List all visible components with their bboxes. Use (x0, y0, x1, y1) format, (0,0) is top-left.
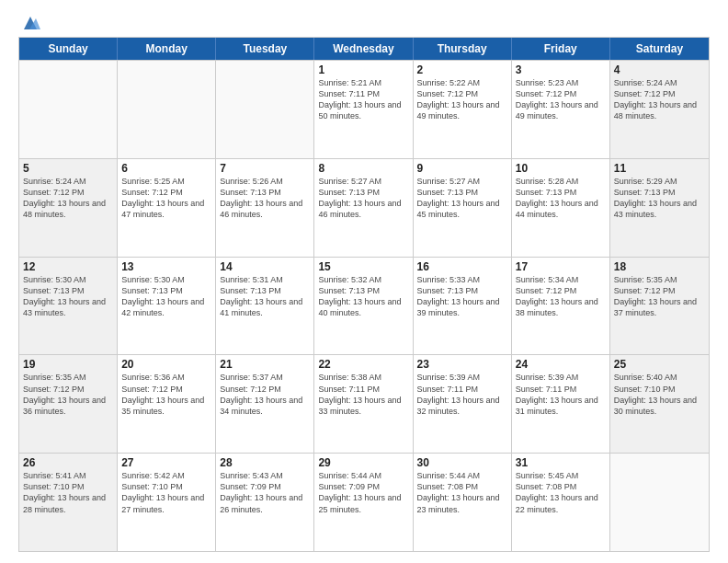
day-number: 24 (516, 358, 606, 371)
day-info: Sunrise: 5:31 AM Sunset: 7:13 PM Dayligh… (220, 274, 310, 319)
calendar: SundayMondayTuesdayWednesdayThursdayFrid… (18, 37, 710, 552)
day-info: Sunrise: 5:28 AM Sunset: 7:13 PM Dayligh… (516, 176, 606, 221)
cal-cell-20: 20Sunrise: 5:36 AM Sunset: 7:12 PM Dayli… (118, 355, 216, 453)
day-number: 8 (318, 162, 408, 175)
cal-cell-24: 24Sunrise: 5:39 AM Sunset: 7:11 PM Dayli… (512, 355, 610, 453)
day-info: Sunrise: 5:39 AM Sunset: 7:11 PM Dayligh… (417, 372, 507, 417)
cal-cell-19: 19Sunrise: 5:35 AM Sunset: 7:12 PM Dayli… (19, 355, 118, 453)
header-day-thursday: Thursday (414, 38, 512, 60)
header-day-wednesday: Wednesday (314, 38, 413, 60)
day-number: 15 (318, 260, 408, 273)
day-info: Sunrise: 5:44 AM Sunset: 7:09 PM Dayligh… (318, 470, 408, 515)
logo-icon (20, 13, 40, 31)
header-day-tuesday: Tuesday (216, 38, 314, 60)
cal-cell-empty (19, 61, 118, 158)
cal-cell-30: 30Sunrise: 5:44 AM Sunset: 7:08 PM Dayli… (414, 454, 512, 551)
day-number: 29 (318, 456, 408, 469)
day-info: Sunrise: 5:38 AM Sunset: 7:11 PM Dayligh… (318, 372, 408, 417)
header-day-friday: Friday (512, 38, 610, 60)
cal-cell-17: 17Sunrise: 5:34 AM Sunset: 7:12 PM Dayli… (512, 258, 610, 355)
day-number: 22 (318, 358, 408, 371)
week-row-5: 26Sunrise: 5:41 AM Sunset: 7:10 PM Dayli… (19, 453, 709, 551)
cal-cell-22: 22Sunrise: 5:38 AM Sunset: 7:11 PM Dayli… (314, 355, 413, 453)
day-info: Sunrise: 5:27 AM Sunset: 7:13 PM Dayligh… (318, 176, 408, 221)
day-info: Sunrise: 5:29 AM Sunset: 7:13 PM Dayligh… (614, 176, 705, 221)
week-row-1: 1Sunrise: 5:21 AM Sunset: 7:11 PM Daylig… (19, 60, 709, 158)
cal-cell-28: 28Sunrise: 5:43 AM Sunset: 7:09 PM Dayli… (216, 454, 314, 551)
day-number: 7 (220, 162, 310, 175)
day-info: Sunrise: 5:42 AM Sunset: 7:10 PM Dayligh… (121, 470, 211, 515)
cal-cell-23: 23Sunrise: 5:39 AM Sunset: 7:11 PM Dayli… (414, 355, 512, 453)
day-info: Sunrise: 5:23 AM Sunset: 7:12 PM Dayligh… (516, 77, 606, 122)
day-number: 19 (23, 358, 113, 371)
header-day-saturday: Saturday (610, 38, 709, 60)
day-number: 23 (417, 358, 507, 371)
cal-cell-29: 29Sunrise: 5:44 AM Sunset: 7:09 PM Dayli… (314, 454, 413, 551)
day-number: 20 (121, 358, 211, 371)
cal-cell-empty (118, 61, 216, 158)
week-row-2: 5Sunrise: 5:24 AM Sunset: 7:12 PM Daylig… (19, 158, 709, 257)
cal-cell-27: 27Sunrise: 5:42 AM Sunset: 7:10 PM Dayli… (118, 454, 216, 551)
day-info: Sunrise: 5:35 AM Sunset: 7:12 PM Dayligh… (614, 274, 705, 319)
cal-cell-empty (610, 454, 709, 551)
header-day-sunday: Sunday (19, 38, 118, 60)
day-info: Sunrise: 5:40 AM Sunset: 7:10 PM Dayligh… (614, 372, 705, 417)
cal-cell-7: 7Sunrise: 5:26 AM Sunset: 7:13 PM Daylig… (216, 159, 314, 257)
calendar-body: 1Sunrise: 5:21 AM Sunset: 7:11 PM Daylig… (19, 60, 709, 551)
day-info: Sunrise: 5:44 AM Sunset: 7:08 PM Dayligh… (417, 470, 507, 515)
cal-cell-2: 2Sunrise: 5:22 AM Sunset: 7:12 PM Daylig… (414, 61, 512, 158)
day-number: 11 (614, 162, 705, 175)
day-number: 9 (417, 162, 507, 175)
cal-cell-15: 15Sunrise: 5:32 AM Sunset: 7:13 PM Dayli… (314, 258, 413, 355)
cal-cell-9: 9Sunrise: 5:27 AM Sunset: 7:13 PM Daylig… (414, 159, 512, 257)
day-info: Sunrise: 5:24 AM Sunset: 7:12 PM Dayligh… (614, 77, 705, 122)
day-info: Sunrise: 5:30 AM Sunset: 7:13 PM Dayligh… (23, 274, 113, 319)
day-info: Sunrise: 5:35 AM Sunset: 7:12 PM Dayligh… (23, 372, 113, 417)
day-info: Sunrise: 5:34 AM Sunset: 7:12 PM Dayligh… (516, 274, 606, 319)
day-number: 17 (516, 260, 606, 273)
week-row-3: 12Sunrise: 5:30 AM Sunset: 7:13 PM Dayli… (19, 257, 709, 355)
cal-cell-1: 1Sunrise: 5:21 AM Sunset: 7:11 PM Daylig… (314, 61, 413, 158)
cal-cell-4: 4Sunrise: 5:24 AM Sunset: 7:12 PM Daylig… (610, 61, 709, 158)
day-info: Sunrise: 5:21 AM Sunset: 7:11 PM Dayligh… (318, 77, 408, 122)
header (18, 15, 710, 29)
day-number: 2 (417, 63, 507, 76)
cal-cell-26: 26Sunrise: 5:41 AM Sunset: 7:10 PM Dayli… (19, 454, 118, 551)
cal-cell-18: 18Sunrise: 5:35 AM Sunset: 7:12 PM Dayli… (610, 258, 709, 355)
day-info: Sunrise: 5:25 AM Sunset: 7:12 PM Dayligh… (121, 176, 211, 221)
day-number: 4 (614, 63, 705, 76)
day-info: Sunrise: 5:37 AM Sunset: 7:12 PM Dayligh… (220, 372, 310, 417)
day-info: Sunrise: 5:27 AM Sunset: 7:13 PM Dayligh… (417, 176, 507, 221)
logo (18, 15, 40, 29)
cal-cell-13: 13Sunrise: 5:30 AM Sunset: 7:13 PM Dayli… (118, 258, 216, 355)
day-info: Sunrise: 5:32 AM Sunset: 7:13 PM Dayligh… (318, 274, 408, 319)
cal-cell-12: 12Sunrise: 5:30 AM Sunset: 7:13 PM Dayli… (19, 258, 118, 355)
day-info: Sunrise: 5:43 AM Sunset: 7:09 PM Dayligh… (220, 470, 310, 515)
cal-cell-11: 11Sunrise: 5:29 AM Sunset: 7:13 PM Dayli… (610, 159, 709, 257)
cal-cell-8: 8Sunrise: 5:27 AM Sunset: 7:13 PM Daylig… (314, 159, 413, 257)
day-number: 10 (516, 162, 606, 175)
day-number: 16 (417, 260, 507, 273)
cal-cell-3: 3Sunrise: 5:23 AM Sunset: 7:12 PM Daylig… (512, 61, 610, 158)
header-day-monday: Monday (118, 38, 216, 60)
day-info: Sunrise: 5:36 AM Sunset: 7:12 PM Dayligh… (121, 372, 211, 417)
day-number: 3 (516, 63, 606, 76)
cal-cell-10: 10Sunrise: 5:28 AM Sunset: 7:13 PM Dayli… (512, 159, 610, 257)
day-number: 25 (614, 358, 705, 371)
day-number: 26 (23, 456, 113, 469)
day-info: Sunrise: 5:39 AM Sunset: 7:11 PM Dayligh… (516, 372, 606, 417)
day-number: 31 (516, 456, 606, 469)
day-number: 18 (614, 260, 705, 273)
day-number: 14 (220, 260, 310, 273)
day-info: Sunrise: 5:33 AM Sunset: 7:13 PM Dayligh… (417, 274, 507, 319)
cal-cell-empty (216, 61, 314, 158)
day-number: 21 (220, 358, 310, 371)
cal-cell-31: 31Sunrise: 5:45 AM Sunset: 7:08 PM Dayli… (512, 454, 610, 551)
cal-cell-21: 21Sunrise: 5:37 AM Sunset: 7:12 PM Dayli… (216, 355, 314, 453)
day-info: Sunrise: 5:45 AM Sunset: 7:08 PM Dayligh… (516, 470, 606, 515)
day-number: 1 (318, 63, 408, 76)
day-info: Sunrise: 5:26 AM Sunset: 7:13 PM Dayligh… (220, 176, 310, 221)
day-info: Sunrise: 5:30 AM Sunset: 7:13 PM Dayligh… (121, 274, 211, 319)
day-number: 5 (23, 162, 113, 175)
day-number: 27 (121, 456, 211, 469)
